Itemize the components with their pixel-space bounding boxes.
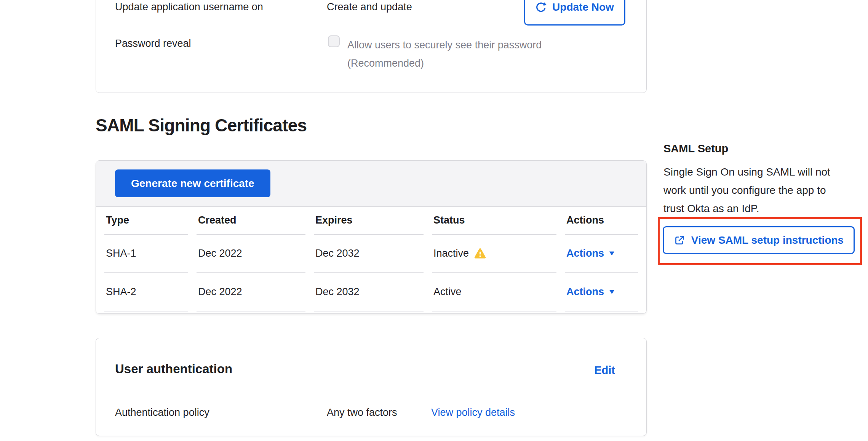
saml-setup-description-line1: Single Sign On using SAML will not — [663, 163, 868, 181]
cert-expires: Dec 2032 — [314, 273, 424, 312]
actions-label: Actions — [566, 247, 604, 260]
actions-dropdown[interactable]: Actions — [566, 285, 615, 299]
user-authentication-title: User authentication — [115, 361, 232, 377]
page-title: SAML Signing Certificates — [96, 114, 307, 137]
certificates-table: Type Created Expires Status Actions SHA-… — [96, 207, 646, 312]
column-header-created: Created — [197, 207, 305, 235]
saml-setup-description-line2: work until you configure the app to — [663, 181, 868, 200]
column-header-expires: Expires — [314, 207, 424, 235]
external-link-icon — [674, 235, 685, 246]
actions-label: Actions — [566, 285, 604, 299]
chevron-down-icon — [609, 251, 615, 256]
view-saml-instructions-button[interactable]: View SAML setup instructions — [663, 226, 855, 254]
user-authentication-card: User authentication Edit Authentication … — [96, 338, 647, 436]
actions-dropdown[interactable]: Actions — [566, 247, 615, 260]
saml-certificates-panel: Generate new certificate Type Created Ex… — [96, 160, 647, 314]
column-header-actions: Actions — [565, 207, 638, 235]
cert-expires: Dec 2032 — [314, 235, 424, 273]
app-settings-card: Update application username on Create an… — [96, 0, 647, 93]
username-update-value: Create and update — [327, 0, 412, 14]
table-row: SHA-2 Dec 2022 Dec 2032 Active Actions — [104, 273, 638, 312]
certificates-toolbar: Generate new certificate — [96, 161, 646, 207]
authentication-policy-value: Any two factors — [327, 406, 397, 419]
cert-type: SHA-2 — [104, 273, 188, 312]
column-header-type: Type — [104, 207, 188, 235]
update-now-label: Update Now — [552, 1, 614, 13]
update-now-button[interactable]: Update Now — [524, 0, 625, 26]
table-row: SHA-1 Dec 2022 Dec 2032 Inactive — [104, 235, 638, 273]
authentication-policy-label: Authentication policy — [115, 406, 209, 419]
cert-type: SHA-1 — [104, 235, 188, 273]
saml-setup-description: Single Sign On using SAML will not work … — [663, 163, 868, 218]
warning-icon — [474, 248, 486, 259]
table-header-row: Type Created Expires Status Actions — [104, 207, 638, 235]
status-text: Active — [433, 285, 462, 299]
status-text: Inactive — [433, 247, 469, 260]
cert-created: Dec 2022 — [197, 235, 305, 273]
saml-settings-page: Update application username on Create an… — [0, 0, 868, 441]
status-badge: Inactive — [433, 247, 486, 260]
username-update-label: Update application username on — [115, 0, 263, 14]
password-reveal-help: Allow users to securely see their passwo… — [347, 36, 542, 72]
generate-certificate-button[interactable]: Generate new certificate — [115, 169, 270, 197]
chevron-down-icon — [609, 289, 615, 294]
cert-created: Dec 2022 — [197, 273, 305, 312]
password-reveal-checkbox[interactable] — [328, 35, 340, 47]
saml-setup-title: SAML Setup — [663, 142, 728, 156]
password-reveal-help-line1: Allow users to securely see their passwo… — [347, 36, 542, 54]
column-header-status: Status — [432, 207, 556, 235]
edit-link[interactable]: Edit — [594, 363, 615, 378]
refresh-icon — [536, 2, 547, 13]
view-policy-details-link[interactable]: View policy details — [431, 406, 515, 419]
password-reveal-label: Password reveal — [115, 37, 191, 50]
view-saml-instructions-label: View SAML setup instructions — [691, 234, 844, 246]
password-reveal-help-line2: (Recommended) — [347, 54, 542, 72]
saml-setup-description-line3: trust Okta as an IdP. — [663, 200, 868, 218]
status-badge: Active — [433, 285, 462, 299]
